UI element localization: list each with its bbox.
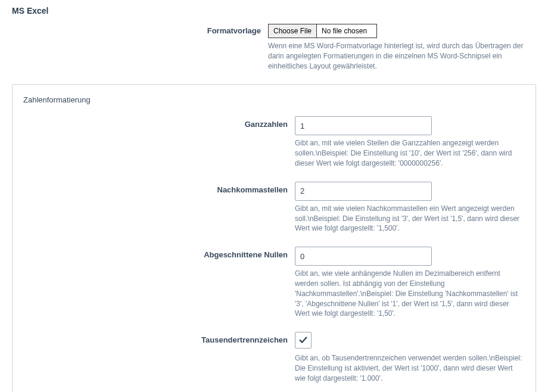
fieldset-legend: Zahlenformatierung xyxy=(23,95,522,104)
ganzzahlen-help: Gibt an, mit wie vielen Stellen die Ganz… xyxy=(295,138,522,168)
nachkommastellen-label: Nachkommastellen xyxy=(23,182,295,194)
zahlenformatierung-fieldset: Zahlenformatierung Ganzzahlen Gibt an, m… xyxy=(12,84,536,392)
formatvorlage-help: Wenn eine MS Word-Formatvorlage hinterle… xyxy=(268,41,527,71)
ganzzahlen-label: Ganzzahlen xyxy=(23,116,295,129)
choose-file-button[interactable]: Choose File xyxy=(269,24,317,38)
abgeschnittene-nullen-group: Abgeschnittene Nullen Gibt an, wie viele… xyxy=(23,247,522,319)
nachkommastellen-group: Nachkommastellen Gibt an, mit wie vielen… xyxy=(23,182,522,234)
check-icon xyxy=(298,335,309,346)
tausendertrennzeichen-label: Tausendertrennzeichen xyxy=(23,332,295,344)
abgeschnittene-nullen-help: Gibt an, wie viele anhängende Nullen im … xyxy=(295,269,522,319)
abgeschnittene-nullen-label: Abgeschnittene Nullen xyxy=(23,247,295,259)
section-title: MS Excel xyxy=(12,6,536,15)
ganzzahlen-input[interactable] xyxy=(295,116,432,135)
nachkommastellen-help: Gibt an, mit wie vielen Nachkommastellen… xyxy=(295,204,522,234)
abgeschnittene-nullen-input[interactable] xyxy=(295,247,432,266)
file-chosen-text: No file chosen xyxy=(317,24,376,38)
tausendertrennzeichen-help: Gibt an, ob Tausendertrennzeichen verwen… xyxy=(295,353,522,383)
formatvorlage-row: Formatvorlage Choose File No file chosen… xyxy=(12,24,536,71)
formatvorlage-label: Formatvorlage xyxy=(12,24,268,35)
tausendertrennzeichen-checkbox[interactable] xyxy=(295,332,312,349)
tausendertrennzeichen-group: Tausendertrennzeichen Gibt an, ob Tausen… xyxy=(23,332,522,383)
formatvorlage-control: Choose File No file chosen Wenn eine MS … xyxy=(268,24,527,71)
nachkommastellen-input[interactable] xyxy=(295,182,432,201)
ganzzahlen-group: Ganzzahlen Gibt an, mit wie vielen Stell… xyxy=(23,116,522,168)
file-input[interactable]: Choose File No file chosen xyxy=(268,24,377,38)
